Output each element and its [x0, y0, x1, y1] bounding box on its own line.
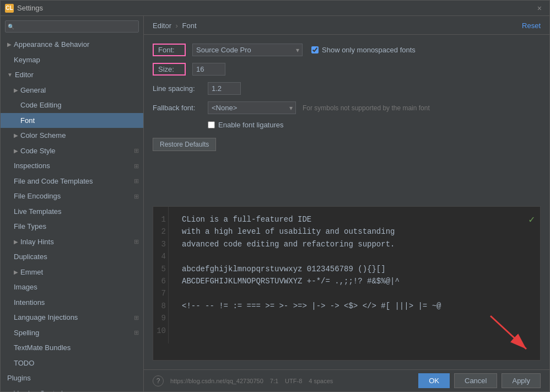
check-icon: ✓ — [529, 212, 535, 228]
sidebar-item-inspections[interactable]: Inspections ⊞ — [1, 158, 143, 174]
sidebar-item-todo[interactable]: TODO — [1, 356, 143, 371]
expand-arrow-icon: ▶ — [7, 40, 12, 49]
line-num: 8 — [155, 300, 166, 312]
help-button[interactable]: ? — [153, 375, 164, 386]
sidebar-item-textmate-bundles[interactable]: TextMate Bundles — [1, 340, 143, 356]
ok-button[interactable]: OK — [418, 373, 450, 388]
search-box — [1, 16, 143, 37]
cancel-button[interactable]: Cancel — [454, 373, 497, 388]
ligatures-label: Enable font ligatures — [218, 121, 284, 129]
sidebar-item-version-control[interactable]: ▶ Version Control — [1, 386, 143, 392]
sidebar-item-duplicates[interactable]: Duplicates — [1, 249, 143, 265]
sidebar-item-label: Spelling — [14, 327, 39, 339]
font-select[interactable]: Source Code Pro — [192, 44, 303, 56]
monospace-checkbox[interactable] — [311, 46, 319, 53]
line-num: 1 — [155, 213, 166, 225]
line-num: 6 — [155, 275, 166, 287]
sidebar-item-file-code-templates[interactable]: File and Code Templates ⊞ — [1, 174, 143, 189]
content-panel: Editor › Font Reset Font: Source Code Pr… — [144, 16, 549, 391]
expand-arrow-icon: ▼ — [7, 71, 13, 79]
sidebar-item-file-encodings[interactable]: File Encodings ⊞ — [1, 189, 143, 204]
breadcrumb: Editor › Font — [153, 22, 197, 30]
font-label: Font: — [153, 44, 186, 56]
sidebar-item-label: Inlay Hints — [20, 237, 54, 248]
sidebar-item-inlay-hints[interactable]: ▶ Inlay Hints ⊞ — [1, 234, 143, 250]
sidebar-item-file-types[interactable]: File Types — [1, 219, 143, 234]
sidebar-item-label: Intentions — [14, 297, 45, 308]
restore-defaults-button[interactable]: Restore Defaults — [153, 138, 216, 151]
content-body: Font: Source Code Pro Show only monospac… — [144, 35, 549, 206]
line-num: 7 — [155, 287, 166, 299]
line-num: 4 — [155, 250, 166, 262]
expand-arrow-icon: ▶ — [7, 389, 12, 391]
sidebar-item-code-style[interactable]: ▶ Code Style ⊞ — [1, 143, 143, 159]
size-row: Size: 16 — [153, 63, 541, 76]
sidebar-item-label: Plugins — [7, 373, 31, 384]
sidebar-item-code-editing[interactable]: Code Editing — [1, 98, 143, 113]
line-numbers: 1 2 3 4 5 6 7 8 9 10 — [153, 207, 169, 343]
sidebar-item-label: Duplicates — [14, 251, 47, 262]
sidebar-item-images[interactable]: Images — [1, 280, 143, 295]
url-bar: https://blog.csdn.net/qq_42730750 — [170, 378, 263, 384]
sidebar-item-font[interactable]: Font — [1, 113, 143, 128]
monospace-label: Show only monospaced fonts — [322, 46, 416, 54]
apply-button[interactable]: Apply — [502, 373, 541, 388]
app-icon: CL — [5, 4, 14, 13]
breadcrumb-current: Font — [182, 22, 197, 30]
svg-line-1 — [490, 316, 526, 349]
sidebar-item-spelling[interactable]: Spelling ⊞ — [1, 325, 143, 341]
line-num: 3 — [155, 238, 166, 250]
ligatures-checkbox[interactable] — [208, 121, 215, 128]
sidebar-item-language-injections[interactable]: Language Injections ⊞ — [1, 310, 143, 325]
line-num: 2 — [155, 225, 166, 238]
sidebar-tree: ▶ Appearance & Behavior Keymap ▼ Editor … — [1, 37, 143, 391]
sidebar-item-editor[interactable]: ▼ Editor — [1, 67, 143, 83]
sidebar: ▶ Appearance & Behavior Keymap ▼ Editor … — [1, 16, 144, 391]
sidebar-item-label: Images — [14, 282, 37, 293]
sidebar-item-label: Language Injections — [14, 312, 78, 323]
line-num: 5 — [155, 263, 166, 275]
close-button[interactable]: × — [534, 3, 545, 14]
expand-arrow-icon: ▶ — [14, 131, 18, 139]
breadcrumb-parent: Editor — [153, 22, 171, 30]
monospace-checkbox-row: Show only monospaced fonts — [311, 46, 416, 54]
search-input[interactable] — [5, 20, 139, 33]
red-arrow — [474, 305, 540, 360]
sidebar-item-label: File and Code Templates — [14, 176, 93, 187]
sidebar-item-intentions[interactable]: Intentions — [1, 295, 143, 310]
size-input[interactable]: 16 — [192, 63, 225, 76]
code-preview: CLion is a full-featured IDE with a high… — [182, 213, 531, 312]
sidebar-item-label: Emmet — [20, 267, 43, 278]
sidebar-item-color-scheme[interactable]: ▶ Color Scheme — [1, 128, 143, 143]
sidebar-item-label: Code Editing — [20, 100, 61, 111]
reset-link[interactable]: Reset — [522, 22, 541, 30]
expand-arrow-icon: ▶ — [14, 238, 18, 246]
main-container: ▶ Appearance & Behavior Keymap ▼ Editor … — [1, 16, 549, 391]
dialog-buttons: OK Cancel Apply — [418, 373, 541, 388]
sidebar-item-label: General — [20, 85, 46, 96]
sidebar-item-general[interactable]: ▶ General — [1, 83, 143, 98]
expand-arrow-icon: ▶ — [14, 86, 18, 94]
line-spacing-row: Line spacing: 1.2 — [153, 82, 541, 95]
sidebar-item-label: Keymap — [14, 55, 40, 66]
sidebar-item-appearance[interactable]: ▶ Appearance & Behavior — [1, 37, 143, 52]
sidebar-item-label: Live Templates — [14, 206, 61, 217]
sidebar-item-label: Code Style — [20, 146, 56, 157]
line-num: 10 — [155, 325, 166, 337]
bottom-bar: ? https://blog.csdn.net/qq_42730750 7:1 … — [144, 369, 549, 391]
expand-arrow-icon: ▶ — [14, 268, 18, 276]
sidebar-item-label: Color Scheme — [20, 130, 66, 141]
fallback-font-select[interactable]: <None> — [208, 101, 296, 114]
sidebar-item-live-templates[interactable]: Live Templates — [1, 204, 143, 219]
fallback-font-select-wrapper: <None> — [208, 101, 296, 114]
line-spacing-input[interactable]: 1.2 — [208, 82, 241, 95]
sidebar-item-keymap[interactable]: Keymap — [1, 52, 143, 68]
breadcrumb-separator: › — [176, 22, 178, 30]
badge-icon: ⊞ — [134, 162, 139, 171]
sidebar-item-plugins[interactable]: Plugins — [1, 370, 143, 386]
sidebar-item-label: Appearance & Behavior — [14, 39, 89, 50]
fallback-font-label: Fallback font: — [153, 104, 208, 112]
sidebar-item-label: File Encodings — [14, 191, 61, 202]
sidebar-item-emmet[interactable]: ▶ Emmet — [1, 265, 143, 280]
ligatures-row: Enable font ligatures — [153, 121, 541, 129]
